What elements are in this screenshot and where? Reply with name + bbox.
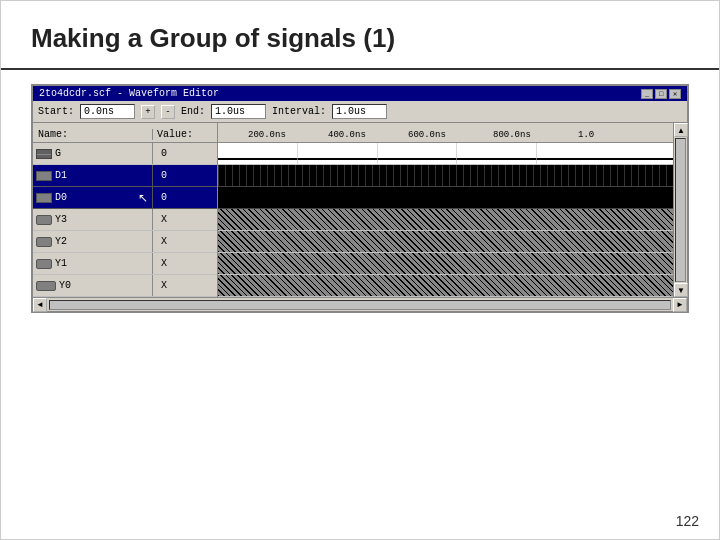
- signal-y2-name: Y2: [55, 236, 67, 247]
- scroll-up-button[interactable]: ▲: [674, 123, 688, 137]
- signal-g-name: G: [55, 148, 61, 159]
- end-input[interactable]: [211, 104, 266, 119]
- signal-d1-name-cell: D1: [33, 165, 153, 186]
- signal-d0-name-cell: D0 ↖: [33, 187, 153, 208]
- signal-y3-name: Y3: [55, 214, 67, 225]
- signal-g-value: 0: [153, 143, 213, 164]
- waveform-toolbar: Start: + - End: Interval:: [33, 101, 687, 123]
- grid-line-1: [297, 143, 298, 164]
- page-number: 122: [676, 513, 699, 529]
- value-col-header: Value:: [153, 129, 213, 140]
- signal-y3-icon: [36, 215, 52, 225]
- wave-row-y3: [218, 209, 673, 231]
- wave-row-g: [218, 143, 673, 165]
- signal-row-y0-nv[interactable]: Y0 X: [33, 275, 217, 297]
- signal-d1-icon: [36, 171, 52, 181]
- interval-input[interactable]: [332, 104, 387, 119]
- close-button[interactable]: ✕: [669, 89, 681, 99]
- names-header-row: Name: Value:: [33, 123, 217, 143]
- waveform-editor-window: 2to4dcdr.scf - Waveform Editor _ □ ✕ Sta…: [31, 84, 689, 313]
- scroll-right-button[interactable]: ►: [673, 298, 687, 312]
- scroll-left-button[interactable]: ◄: [33, 298, 47, 312]
- wave-row-y1: [218, 253, 673, 275]
- signal-row-y3-nv[interactable]: Y3 X: [33, 209, 217, 231]
- signal-row-d0-nv[interactable]: D0 ↖ 0: [33, 187, 217, 209]
- timeline-marker-600: 600.0ns: [408, 130, 446, 140]
- slide-title: Making a Group of signals (1): [1, 1, 719, 70]
- signal-g-name-cell: G: [33, 143, 153, 164]
- signal-y1-name-cell: Y1: [33, 253, 153, 274]
- timeline-marker-200: 200.0ns: [248, 130, 286, 140]
- horizontal-scrollbar[interactable]: ◄ ►: [33, 297, 687, 311]
- signal-row-g-nv[interactable]: G 0: [33, 143, 217, 165]
- signal-y0-name-cell: Y0: [33, 275, 153, 296]
- signal-y1-value: X: [153, 253, 213, 274]
- start-input[interactable]: [80, 104, 135, 119]
- start-label: Start:: [38, 106, 74, 117]
- hscroll-thumb[interactable]: [49, 300, 671, 310]
- wave-g-line: [218, 158, 673, 160]
- waveform-content: Name: Value: G 0: [33, 123, 687, 297]
- signal-d0-icon: [36, 193, 52, 203]
- names-values-panel: Name: Value: G 0: [33, 123, 218, 297]
- timeline-marker-800: 800.0ns: [493, 130, 531, 140]
- waveform-titlebar: 2to4dcdr.scf - Waveform Editor _ □ ✕: [33, 86, 687, 101]
- signal-d0-name: D0: [55, 192, 67, 203]
- wave-y3-pattern: [218, 209, 673, 230]
- interval-label: Interval:: [272, 106, 326, 117]
- signal-y2-name-cell: Y2: [33, 231, 153, 252]
- end-label: End:: [181, 106, 205, 117]
- signal-y1-icon: [36, 259, 52, 269]
- signal-y3-value: X: [153, 209, 213, 230]
- wave-y1-pattern: [218, 253, 673, 274]
- vertical-scrollbar[interactable]: ▲ ▼: [673, 123, 687, 297]
- grid-line-2: [377, 143, 378, 164]
- name-col-header: Name:: [33, 129, 153, 140]
- minus-button[interactable]: -: [161, 105, 175, 119]
- waveform-waves-panel: 200.0ns 400.0ns 600.0ns 800.0ns 1.0: [218, 123, 673, 297]
- waveform-window-title: 2to4dcdr.scf - Waveform Editor: [39, 88, 219, 99]
- minimize-button[interactable]: _: [641, 89, 653, 99]
- timeline-marker-1us: 1.0: [578, 130, 594, 140]
- wave-row-y0: [218, 275, 673, 297]
- scroll-thumb[interactable]: [675, 138, 686, 282]
- signal-d0-value: 0: [153, 187, 213, 208]
- wave-d1-pattern: [218, 165, 673, 186]
- maximize-button[interactable]: □: [655, 89, 667, 99]
- cursor-arrow-icon: ↖: [138, 191, 148, 205]
- slide-container: Making a Group of signals (1) 2to4dcdr.s…: [0, 0, 720, 540]
- signal-y2-value: X: [153, 231, 213, 252]
- grid-line-4: [536, 143, 537, 164]
- signal-y3-name-cell: Y3: [33, 209, 153, 230]
- signal-y0-value: X: [153, 275, 213, 296]
- signal-d1-value: 0: [153, 165, 213, 186]
- wave-row-d1: [218, 165, 673, 187]
- wave-row-y2: [218, 231, 673, 253]
- plus-button[interactable]: +: [141, 105, 155, 119]
- timeline-header: 200.0ns 400.0ns 600.0ns 800.0ns 1.0: [218, 123, 673, 143]
- timeline-marker-400: 400.0ns: [328, 130, 366, 140]
- signal-row-y2-nv[interactable]: Y2 X: [33, 231, 217, 253]
- window-controls: _ □ ✕: [641, 89, 681, 99]
- wave-y0-pattern: [218, 275, 673, 296]
- wave-y2-pattern: [218, 231, 673, 252]
- signal-d1-name: D1: [55, 170, 67, 181]
- signal-y0-name: Y0: [59, 280, 71, 291]
- signal-g-icon: [36, 149, 52, 159]
- signal-row-y1-nv[interactable]: Y1 X: [33, 253, 217, 275]
- wave-d0-fill: [218, 187, 673, 208]
- signal-y0-icon: [36, 281, 56, 291]
- signal-y1-name: Y1: [55, 258, 67, 269]
- wave-row-d0: [218, 187, 673, 209]
- signal-row-d1-nv[interactable]: D1 0: [33, 165, 217, 187]
- scroll-down-button[interactable]: ▼: [674, 283, 688, 297]
- grid-line-3: [456, 143, 457, 164]
- signal-y2-icon: [36, 237, 52, 247]
